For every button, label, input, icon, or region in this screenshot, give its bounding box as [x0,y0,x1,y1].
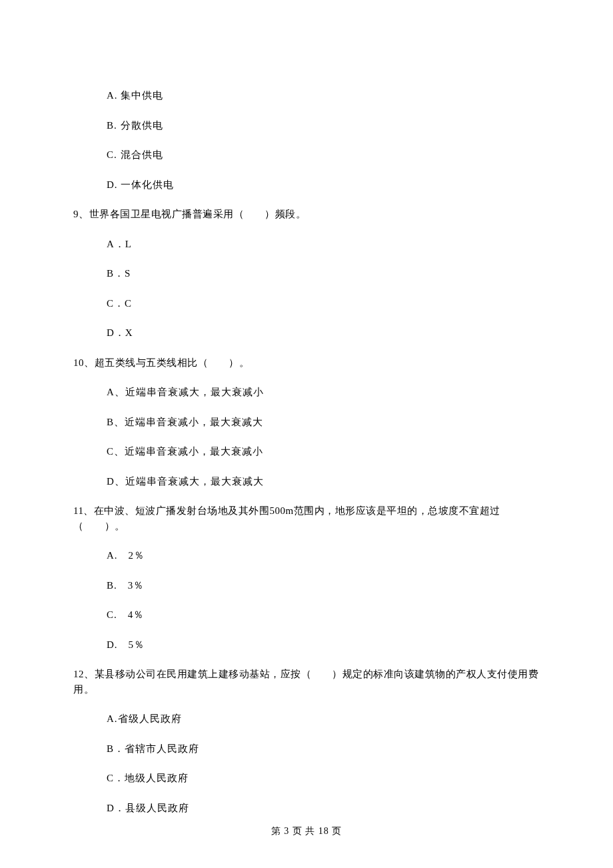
q10-option-d[interactable]: D、近端串音衰减大，最大衰减大 [107,474,540,489]
q8-option-b[interactable]: B. 分散供电 [107,118,540,133]
page-footer: 第 3 页 共 18 页 [0,824,613,838]
q9-option-a[interactable]: A．L [107,237,540,252]
q8-option-d[interactable]: D. 一体化供电 [107,177,540,193]
q11-option-c[interactable]: C. 4％ [107,607,540,623]
q9-stem: 9、世界各国卫星电视广播普遍采用（ ）频段。 [73,207,540,222]
q10-option-a[interactable]: A、近端串音衰减大，最大衰减小 [107,385,540,400]
q10-option-b[interactable]: B、近端串音衰减小，最大衰减大 [107,415,540,430]
q12-option-a[interactable]: A.省级人民政府 [107,711,540,727]
q11-option-b[interactable]: B. 3％ [107,578,540,593]
q12-option-d[interactable]: D．县级人民政府 [107,801,540,816]
q8-option-c[interactable]: C. 混合供电 [107,147,540,163]
q12-stem: 12、某县移动公司在民用建筑上建移动基站，应按（ ）规定的标准向该建筑物的产权人… [73,667,540,697]
q12-option-c[interactable]: C．地级人民政府 [107,771,540,786]
q11-option-d[interactable]: D. 5％ [107,637,540,653]
q10-stem: 10、超五类线与五类线相比（ ）。 [73,355,540,371]
q8-option-a[interactable]: A. 集中供电 [107,88,540,103]
q11-stem: 11、在中波、短波广播发射台场地及其外围500m范围内，地形应该是平坦的，总坡度… [73,503,540,533]
q11-option-a[interactable]: A. 2％ [107,548,540,563]
q9-option-d[interactable]: D．X [107,325,540,341]
q10-option-c[interactable]: C、近端串音衰减小，最大衰减小 [107,444,540,459]
q12-option-b[interactable]: B．省辖市人民政府 [107,741,540,757]
q9-option-b[interactable]: B．S [107,266,540,281]
q9-option-c[interactable]: C．C [107,296,540,311]
